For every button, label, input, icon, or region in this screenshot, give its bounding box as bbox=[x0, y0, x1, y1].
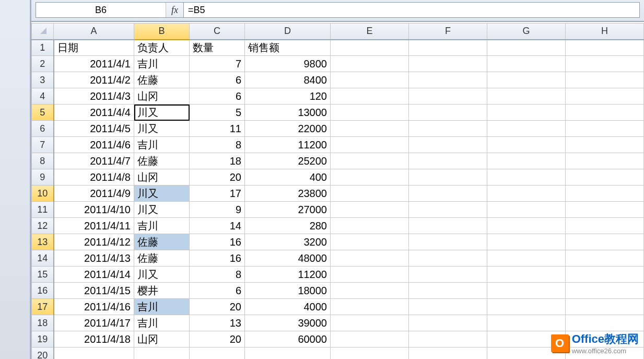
cell-D15[interactable]: 11200 bbox=[245, 267, 331, 283]
cell-A14[interactable]: 2011/4/13 bbox=[54, 250, 134, 267]
cell-B18[interactable]: 吉川 bbox=[134, 315, 190, 331]
cell-E20[interactable] bbox=[331, 348, 409, 360]
cell-G14[interactable] bbox=[487, 250, 566, 267]
cell-C3[interactable]: 6 bbox=[190, 72, 245, 88]
cell-C7[interactable]: 8 bbox=[190, 137, 245, 153]
column-header-A[interactable]: A bbox=[54, 24, 134, 40]
cell-G5[interactable] bbox=[487, 105, 566, 121]
cell-D13[interactable]: 3200 bbox=[245, 234, 331, 250]
spreadsheet-grid[interactable]: ABCDEFGHI 1日期负责人数量销售额22011/4/1吉川79800320… bbox=[31, 23, 644, 359]
cell-C19[interactable]: 20 bbox=[190, 331, 245, 348]
cell-D14[interactable]: 48000 bbox=[245, 250, 331, 267]
cell-E6[interactable] bbox=[331, 121, 409, 137]
cell-H6[interactable] bbox=[566, 121, 644, 137]
cell-B15[interactable]: 川又 bbox=[134, 267, 190, 283]
cell-F18[interactable] bbox=[409, 315, 487, 331]
row-header-4[interactable]: 4 bbox=[32, 88, 54, 105]
cell-C15[interactable]: 8 bbox=[190, 267, 245, 283]
column-header-H[interactable]: H bbox=[566, 24, 644, 40]
column-header-G[interactable]: G bbox=[487, 24, 566, 40]
cell-D11[interactable]: 27000 bbox=[245, 202, 331, 218]
cell-G18[interactable] bbox=[487, 315, 566, 331]
cell-F11[interactable] bbox=[409, 202, 487, 218]
cell-F5[interactable] bbox=[409, 105, 487, 121]
cell-E18[interactable] bbox=[331, 315, 409, 331]
cell-D18[interactable]: 39000 bbox=[245, 315, 331, 331]
cell-C8[interactable]: 18 bbox=[190, 153, 245, 169]
cell-H4[interactable] bbox=[566, 88, 644, 105]
cell-C16[interactable]: 6 bbox=[190, 283, 245, 299]
cell-E15[interactable] bbox=[331, 267, 409, 283]
cell-D17[interactable]: 4000 bbox=[245, 299, 331, 315]
cell-A20[interactable] bbox=[54, 348, 134, 360]
cell-E19[interactable] bbox=[331, 331, 409, 348]
cell-D8[interactable]: 25200 bbox=[245, 153, 331, 169]
cell-H3[interactable] bbox=[566, 72, 644, 88]
row-header-14[interactable]: 14 bbox=[32, 250, 54, 267]
column-header-B[interactable]: B bbox=[134, 24, 190, 40]
row-header-8[interactable]: 8 bbox=[32, 153, 54, 169]
cell-C14[interactable]: 16 bbox=[190, 250, 245, 267]
row-header-5[interactable]: 5 bbox=[32, 105, 54, 121]
cell-B2[interactable]: 吉川 bbox=[134, 56, 190, 72]
cell-E3[interactable] bbox=[331, 72, 409, 88]
name-box[interactable] bbox=[36, 3, 166, 17]
cell-G10[interactable] bbox=[487, 186, 566, 202]
cell-H11[interactable] bbox=[566, 202, 644, 218]
cell-E12[interactable] bbox=[331, 218, 409, 234]
row-header-19[interactable]: 19 bbox=[32, 331, 54, 348]
cell-A3[interactable]: 2011/4/2 bbox=[54, 72, 134, 88]
row-header-20[interactable]: 20 bbox=[32, 348, 54, 360]
cell-D19[interactable]: 60000 bbox=[245, 331, 331, 348]
cell-E17[interactable] bbox=[331, 299, 409, 315]
cell-B11[interactable]: 川又 bbox=[134, 202, 190, 218]
cell-F2[interactable] bbox=[409, 56, 487, 72]
cell-H20[interactable] bbox=[566, 348, 644, 360]
cell-H19[interactable] bbox=[566, 331, 644, 348]
row-header-6[interactable]: 6 bbox=[32, 121, 54, 137]
cell-C2[interactable]: 7 bbox=[190, 56, 245, 72]
cell-A5[interactable]: 2011/4/4 bbox=[54, 105, 134, 121]
cell-C20[interactable] bbox=[190, 348, 245, 360]
row-header-9[interactable]: 9 bbox=[32, 169, 54, 186]
cell-C13[interactable]: 16 bbox=[190, 234, 245, 250]
cell-G13[interactable] bbox=[487, 234, 566, 250]
column-header-F[interactable]: F bbox=[409, 24, 487, 40]
cell-F19[interactable] bbox=[409, 331, 487, 348]
cell-E8[interactable] bbox=[331, 153, 409, 169]
cell-D20[interactable] bbox=[245, 348, 331, 360]
cell-D3[interactable]: 8400 bbox=[245, 72, 331, 88]
cell-C12[interactable]: 14 bbox=[190, 218, 245, 234]
cell-D4[interactable]: 120 bbox=[245, 88, 331, 105]
cell-E10[interactable] bbox=[331, 186, 409, 202]
cell-F14[interactable] bbox=[409, 250, 487, 267]
cell-E4[interactable] bbox=[331, 88, 409, 105]
cell-F12[interactable] bbox=[409, 218, 487, 234]
cell-C4[interactable]: 6 bbox=[190, 88, 245, 105]
cell-B19[interactable]: 山冈 bbox=[134, 331, 190, 348]
cell-C17[interactable]: 20 bbox=[190, 299, 245, 315]
cell-G1[interactable] bbox=[487, 40, 566, 56]
row-header-16[interactable]: 16 bbox=[32, 283, 54, 299]
cell-D9[interactable]: 400 bbox=[245, 169, 331, 186]
cell-G2[interactable] bbox=[487, 56, 566, 72]
row-header-7[interactable]: 7 bbox=[32, 137, 54, 153]
row-header-1[interactable]: 1 bbox=[32, 40, 54, 56]
cell-C11[interactable]: 9 bbox=[190, 202, 245, 218]
cell-H14[interactable] bbox=[566, 250, 644, 267]
cell-A8[interactable]: 2011/4/7 bbox=[54, 153, 134, 169]
cell-F7[interactable] bbox=[409, 137, 487, 153]
row-header-2[interactable]: 2 bbox=[32, 56, 54, 72]
cell-A18[interactable]: 2011/4/17 bbox=[54, 315, 134, 331]
cell-A16[interactable]: 2011/4/15 bbox=[54, 283, 134, 299]
cell-A17[interactable]: 2011/4/16 bbox=[54, 299, 134, 315]
cell-A7[interactable]: 2011/4/6 bbox=[54, 137, 134, 153]
cell-F10[interactable] bbox=[409, 186, 487, 202]
cell-E14[interactable] bbox=[331, 250, 409, 267]
column-header-C[interactable]: C bbox=[190, 24, 245, 40]
cell-H12[interactable] bbox=[566, 218, 644, 234]
cell-D10[interactable]: 23800 bbox=[245, 186, 331, 202]
cell-G17[interactable] bbox=[487, 299, 566, 315]
cell-H13[interactable] bbox=[566, 234, 644, 250]
row-header-11[interactable]: 11 bbox=[32, 202, 54, 218]
